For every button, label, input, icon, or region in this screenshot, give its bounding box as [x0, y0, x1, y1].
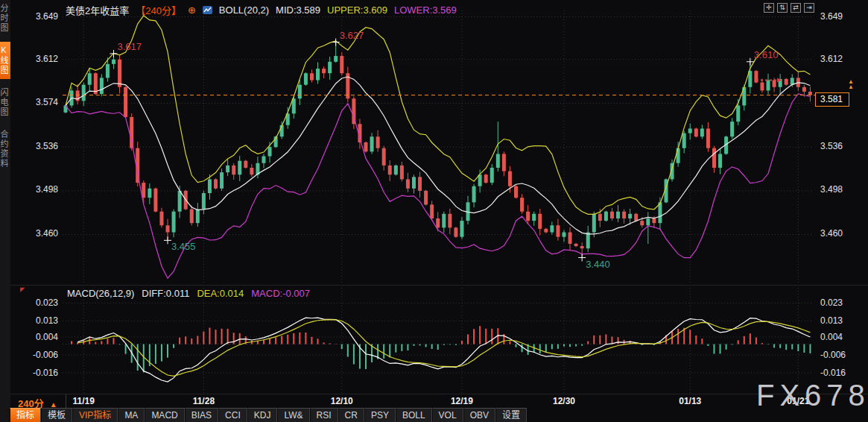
candle [166, 225, 170, 232]
candle [598, 214, 602, 221]
candle [520, 198, 524, 212]
bollinger-bands [66, 16, 810, 278]
price-axis-label: 3.498 [820, 184, 865, 195]
candle [802, 87, 806, 92]
candle [430, 204, 434, 218]
x-axis-strip: 240分▲ [10, 394, 868, 408]
boll-upper-line [66, 16, 810, 214]
candlestick-chart-canvas[interactable]: 11/1911/2812/1012/1912/3001/1301/213.617… [0, 0, 868, 422]
candle [220, 172, 224, 189]
candle [508, 171, 512, 186]
price-axis-label: 3.649 [22, 11, 58, 22]
candle [328, 62, 332, 73]
candle [484, 174, 488, 183]
candle [604, 212, 608, 221]
scale-x-axis-icon[interactable]: ⇄ [791, 3, 801, 13]
candle [568, 233, 572, 244]
toolbar-item-macd[interactable]: MACD [145, 408, 184, 422]
candle [688, 128, 692, 133]
candle [322, 69, 326, 73]
macd-indicator-label: MACD(26,12,9) [67, 288, 134, 299]
candle [490, 168, 494, 183]
candle [460, 221, 463, 237]
candle [370, 136, 374, 151]
candle [526, 212, 530, 221]
candle [226, 166, 229, 172]
candle [178, 191, 182, 212]
price-axis-label: 3.649 [820, 11, 865, 22]
chart-tool-buttons: ✛ ⇅ ⇄ ⇥ [764, 3, 814, 13]
sidebar-item-contract-info[interactable]: 合约资料 [0, 126, 10, 172]
toolbar-item-indicator[interactable]: 指标 [10, 408, 41, 422]
add-indicator-icon[interactable]: ⊕ [188, 4, 196, 16]
candle [376, 136, 380, 148]
toolbar-item-kdj[interactable]: KDJ [247, 408, 278, 422]
toolbar-item-vip-indicator[interactable]: VIP指标 [72, 408, 118, 422]
candle [106, 64, 110, 78]
extreme-price-label: 3.617 [117, 41, 142, 52]
toolbar-item-lw[interactable]: LW& [277, 408, 309, 422]
extreme-price-label: 3.627 [340, 30, 364, 41]
sidebar-item-kline[interactable]: K线图 [0, 42, 10, 79]
candle [412, 177, 416, 188]
candle [622, 212, 626, 218]
toolbar-item-bias[interactable]: BIAS [185, 408, 218, 422]
sidebar-item-lightning[interactable]: 闪电图 [0, 84, 10, 121]
toolbar-item-obv[interactable]: OBV [463, 408, 495, 422]
toolbar-item-boll[interactable]: BOLL [396, 408, 432, 422]
candle [736, 106, 740, 122]
macd-panel [66, 318, 810, 382]
toolbar-item-ma[interactable]: MA [118, 408, 145, 422]
candle [556, 225, 560, 236]
candle [112, 60, 115, 64]
candle [634, 214, 638, 221]
candle [677, 148, 680, 163]
candle [172, 212, 176, 233]
macd-axis-label: 0.013 [820, 315, 865, 326]
toolbar-item-cci[interactable]: CCI [218, 408, 247, 422]
candle [502, 154, 506, 171]
candle [773, 81, 776, 87]
toolbar-item-rsi[interactable]: RSI [310, 408, 338, 422]
extreme-price-label: 3.610 [754, 49, 779, 60]
candle [88, 73, 92, 84]
toolbar-item-psy[interactable]: PSY [364, 408, 396, 422]
candle [472, 186, 476, 203]
move-tool-icon[interactable]: ✛ [764, 3, 774, 13]
toolbar-item-settings[interactable]: 设置 [495, 408, 527, 422]
period-tag: 【240分】 [136, 3, 181, 17]
boll-mid-line [66, 77, 810, 234]
candles [64, 42, 812, 258]
candle [298, 85, 302, 99]
scale-y-axis-icon[interactable]: ⇅ [777, 3, 788, 13]
candle [340, 56, 343, 73]
candle [767, 81, 770, 91]
candle [382, 148, 386, 166]
macd-diff-value: DIFF:0.011 [142, 288, 189, 299]
candle [406, 179, 410, 188]
candle [153, 189, 157, 212]
candle [718, 154, 722, 168]
candle [454, 227, 457, 236]
candle [310, 73, 314, 80]
macd-header: MACD(26,12,9) DIFF:0.011 DEA:0.014 MACD:… [67, 288, 310, 299]
sidebar-item-timeshare[interactable]: 分时图 [0, 0, 10, 37]
pan-right-icon[interactable]: ⇥ [804, 3, 814, 13]
toolbar-item-template[interactable]: 模板 [41, 408, 72, 422]
macd-hist-value: MACD:-0.007 [251, 288, 310, 299]
candle [124, 87, 127, 117]
toolbar-item-cr[interactable]: CR [338, 408, 364, 422]
fx678-watermark: FX678 [756, 379, 868, 412]
candle [130, 117, 133, 148]
divider [66, 394, 66, 408]
candle [730, 122, 734, 136]
panel-divider[interactable] [10, 285, 868, 286]
candle [628, 214, 632, 218]
chart-header: 美债2年收益率 【240分】 ⊕ BOLL(20,2) MID:3.589 UP… [66, 3, 457, 17]
panel-resize-handle-icon[interactable]: ◤ [20, 286, 25, 293]
candle [232, 166, 235, 174]
kline-app-window: 11/1911/2812/1012/1912/3001/1301/213.617… [0, 0, 868, 422]
price-axis-label: 3.612 [22, 54, 58, 64]
toolbar-item-vol[interactable]: VOL [432, 408, 463, 422]
candle [208, 179, 212, 193]
